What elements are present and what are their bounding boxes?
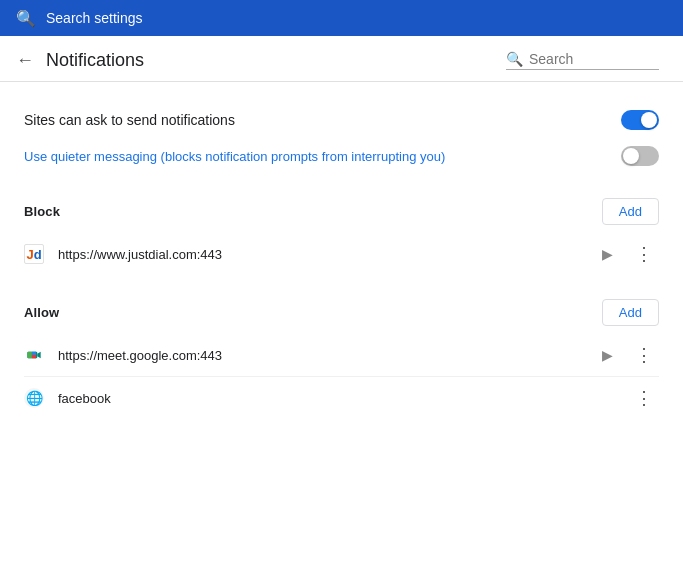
top-bar: 🔍 Search settings (0, 0, 683, 36)
search-input[interactable] (529, 51, 659, 67)
block-add-button[interactable]: Add (602, 198, 659, 225)
googlemeet-url: https://meet.google.com:443 (58, 348, 602, 363)
main-content: Sites can ask to send notifications Use … (0, 82, 683, 439)
table-row: https://meet.google.com:443 ▶ ⋮ (24, 334, 659, 377)
justdial-url: https://www.justdial.com:443 (58, 247, 602, 262)
googlemeet-favicon (24, 345, 44, 365)
facebook-url: facebook (58, 391, 629, 406)
allow-section-header: Allow Add (24, 299, 659, 326)
block-section-header: Block Add (24, 198, 659, 225)
sites-ask-track[interactable] (621, 110, 659, 130)
sub-header-left: ← Notifications (16, 50, 144, 71)
search-box: 🔍 (506, 51, 659, 70)
allow-section-title: Allow (24, 305, 59, 320)
search-icon: 🔍 (506, 51, 523, 67)
back-button[interactable]: ← (16, 50, 34, 71)
topbar-search-icon: 🔍 (16, 9, 36, 28)
sites-ask-toggle[interactable] (621, 110, 659, 130)
quieter-thumb (623, 148, 639, 164)
page-title: Notifications (46, 50, 144, 71)
facebook-more-icon[interactable]: ⋮ (629, 387, 659, 409)
googlemeet-expand-icon[interactable]: ▶ (602, 347, 613, 363)
quieter-toggle[interactable] (621, 146, 659, 166)
topbar-title: Search settings (46, 10, 143, 26)
allow-section: Allow Add https://meet.google.com:443 ▶ … (24, 299, 659, 419)
allow-add-button[interactable]: Add (602, 299, 659, 326)
quieter-track[interactable] (621, 146, 659, 166)
quieter-link[interactable]: notification prompts (205, 149, 318, 164)
quieter-toggle-row: Use quieter messaging (blocks notificati… (24, 138, 659, 174)
table-row: 🌐 facebook ⋮ (24, 377, 659, 419)
facebook-favicon: 🌐 (24, 388, 44, 408)
quieter-label: Use quieter messaging (blocks notificati… (24, 149, 445, 164)
sub-header: ← Notifications 🔍 (0, 36, 683, 82)
google-meet-icon (24, 345, 44, 365)
quieter-text-after: from interrupting you) (318, 149, 445, 164)
table-row: Jd https://www.justdial.com:443 ▶ ⋮ (24, 233, 659, 275)
sites-ask-label: Sites can ask to send notifications (24, 112, 235, 128)
sites-ask-thumb (641, 112, 657, 128)
justdial-expand-icon[interactable]: ▶ (602, 246, 613, 262)
block-section: Block Add Jd https://www.justdial.com:44… (24, 198, 659, 275)
block-section-title: Block (24, 204, 60, 219)
googlemeet-more-icon[interactable]: ⋮ (629, 344, 659, 366)
quieter-text-before: Use quieter messaging (blocks (24, 149, 205, 164)
sites-ask-toggle-row: Sites can ask to send notifications (24, 102, 659, 138)
justdial-favicon: Jd (24, 244, 44, 264)
justdial-more-icon[interactable]: ⋮ (629, 243, 659, 265)
